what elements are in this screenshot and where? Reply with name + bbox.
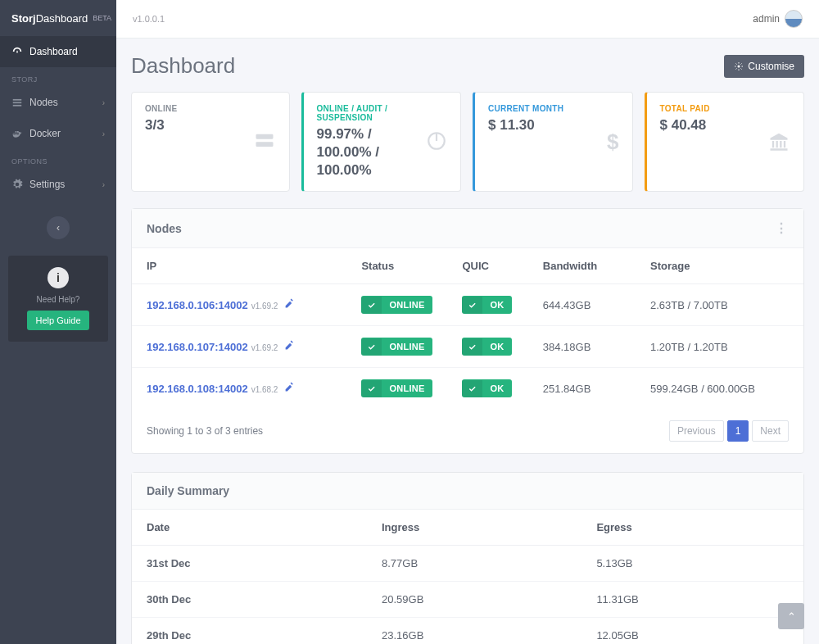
- chevron-right-icon: ›: [102, 180, 105, 189]
- check-icon: [462, 338, 482, 356]
- bandwidth-cell: 644.43GB: [528, 284, 636, 326]
- stat-label: TOTAL PAID: [660, 104, 710, 113]
- table-row: 29th Dec23.16GB12.05GB: [132, 618, 803, 644]
- page-title: Dashboard: [131, 53, 235, 79]
- svg-point-5: [738, 65, 740, 67]
- customise-button[interactable]: Customise: [724, 55, 804, 78]
- status-text: ONLINE: [382, 338, 432, 356]
- col-ingress: Ingress: [367, 510, 581, 546]
- beta-badge: BETA: [93, 14, 111, 22]
- stat-value: $ 40.48: [660, 116, 710, 134]
- col-quic: QUIC: [447, 248, 527, 284]
- help-guide-button[interactable]: Help Guide: [27, 311, 88, 330]
- check-icon: [361, 380, 382, 397]
- edit-icon[interactable]: [284, 340, 295, 351]
- quic-text: OK: [482, 338, 511, 356]
- node-version: v1.68.2: [251, 385, 278, 394]
- app-version: v1.0.0.1: [133, 14, 165, 24]
- user-menu[interactable]: admin: [753, 10, 803, 28]
- daily-table: Date Ingress Egress 31st Dec8.77GB5.13GB…: [132, 510, 803, 644]
- table-row: 31st Dec8.77GB5.13GB: [132, 546, 803, 582]
- node-ip-link[interactable]: 192.168.0.106:14002: [147, 299, 248, 311]
- sidebar-item-label: Dashboard: [29, 46, 78, 57]
- nodes-pagination: Previous 1 Next: [669, 420, 789, 442]
- page-1[interactable]: 1: [727, 420, 749, 442]
- quic-badge: OK: [462, 296, 511, 314]
- egress-cell: 5.13GB: [581, 546, 803, 582]
- chevron-up-icon: ⌃: [787, 610, 796, 623]
- page-prev[interactable]: Previous: [669, 420, 724, 442]
- col-date: Date: [132, 510, 367, 546]
- panel-title: Daily Summary: [147, 484, 229, 497]
- table-row: 192.168.0.107:14002v1.69.2ONLINEOK384.18…: [132, 326, 803, 368]
- edit-icon[interactable]: [284, 298, 295, 309]
- server-icon: [253, 129, 276, 155]
- chevron-right-icon: ›: [102, 98, 105, 107]
- nodes-panel: Nodes ⋮ IP Status QUIC Bandwidth Storage…: [131, 208, 804, 454]
- sidebar-item-label: Nodes: [29, 97, 58, 108]
- help-label: Need Help?: [15, 295, 102, 304]
- ingress-cell: 8.77GB: [367, 546, 581, 582]
- storage-cell: 2.63TB / 7.00TB: [636, 284, 803, 326]
- topbar: v1.0.0.1 admin: [116, 0, 819, 39]
- bank-icon: [767, 129, 790, 155]
- avatar: [785, 10, 803, 28]
- stat-online: ONLINE 3/3: [131, 92, 290, 192]
- node-ip-link[interactable]: 192.168.0.108:14002: [147, 383, 248, 395]
- stat-label: ONLINE / AUDIT / SUSPENSION: [317, 104, 427, 122]
- col-egress: Egress: [581, 510, 803, 546]
- list-icon: [11, 97, 23, 108]
- status-badge: ONLINE: [361, 296, 432, 314]
- gear-icon: [734, 61, 744, 71]
- panel-title: Nodes: [147, 222, 182, 235]
- sidebar-item-nodes[interactable]: Nodes ›: [0, 87, 116, 118]
- power-icon: [426, 130, 447, 154]
- check-icon: [462, 297, 482, 314]
- sidebar-item-settings[interactable]: Settings ›: [0, 169, 116, 200]
- stat-current-month: CURRENT MONTH $ 11.30 $: [473, 92, 633, 192]
- sidebar-collapse-button[interactable]: ‹: [47, 216, 70, 239]
- stat-total-paid: TOTAL PAID $ 40.48: [645, 92, 805, 192]
- quic-text: OK: [482, 379, 511, 397]
- docker-icon: [11, 128, 23, 139]
- table-row: 30th Dec20.59GB11.31GB: [132, 582, 803, 618]
- stat-label: CURRENT MONTH: [488, 104, 563, 113]
- bandwidth-cell: 384.18GB: [528, 326, 636, 368]
- col-status: Status: [346, 248, 447, 284]
- storage-cell: 1.20TB / 1.20TB: [636, 326, 803, 368]
- egress-cell: 12.05GB: [581, 618, 803, 644]
- svg-rect-6: [256, 134, 273, 138]
- status-text: ONLINE: [382, 379, 432, 397]
- sidebar-item-docker[interactable]: Docker ›: [0, 118, 116, 149]
- egress-cell: 11.31GB: [581, 582, 803, 618]
- edit-icon[interactable]: [284, 382, 295, 392]
- sidebar-item-label: Settings: [29, 179, 65, 190]
- stat-label: ONLINE: [145, 104, 178, 113]
- info-icon: i: [48, 267, 69, 288]
- table-row: 192.168.0.108:14002v1.68.2ONLINEOK251.84…: [132, 368, 803, 410]
- panel-menu-button[interactable]: ⋮: [775, 220, 789, 236]
- col-storage: Storage: [636, 248, 803, 284]
- page-next[interactable]: Next: [752, 420, 789, 442]
- quic-badge: OK: [462, 338, 511, 356]
- scroll-top-button[interactable]: ⌃: [778, 603, 804, 629]
- chevron-left-icon: ‹: [57, 222, 60, 234]
- date-cell: 31st Dec: [132, 546, 367, 582]
- svg-rect-2: [13, 99, 22, 101]
- brand-name-1: Storj: [11, 12, 36, 25]
- sidebar-section-storj: STORJ: [0, 67, 116, 87]
- col-ip: IP: [132, 248, 346, 284]
- brand-logo[interactable]: StorjDashboard BETA: [0, 0, 116, 36]
- daily-panel: Daily Summary Date Ingress Egress 31st D…: [131, 472, 804, 644]
- svg-rect-4: [13, 105, 22, 107]
- stat-value: 99.97% / 100.00% / 100.00%: [317, 125, 427, 179]
- node-ip-link[interactable]: 192.168.0.107:14002: [147, 341, 248, 353]
- help-card: i Need Help? Help Guide: [8, 256, 108, 342]
- status-badge: ONLINE: [361, 338, 432, 356]
- date-cell: 30th Dec: [132, 582, 367, 618]
- chevron-right-icon: ›: [102, 129, 105, 138]
- sidebar-item-dashboard[interactable]: Dashboard: [0, 36, 116, 67]
- ingress-cell: 20.59GB: [367, 582, 581, 618]
- storage-cell: 599.24GB / 600.00GB: [636, 368, 803, 410]
- brand-name-2: Dashboard: [36, 12, 88, 25]
